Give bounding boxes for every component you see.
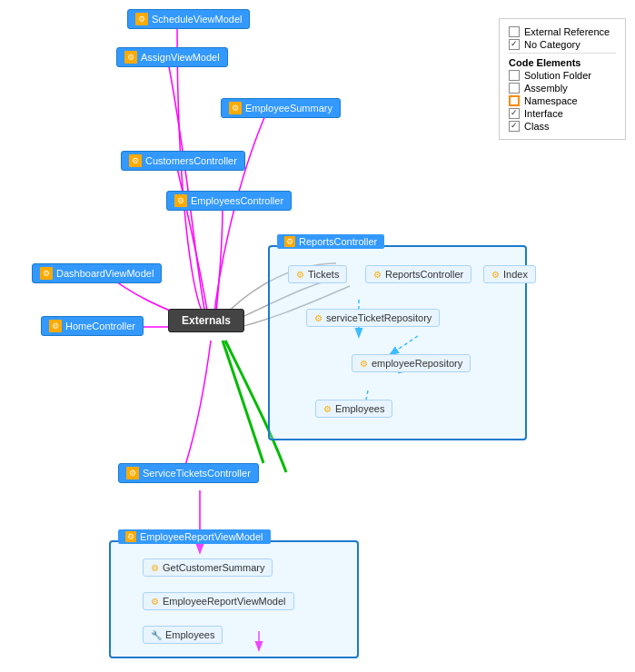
employees-item[interactable]: 🔧 Employees [143,626,223,644]
get-customer-summary-item[interactable]: ⚙ GetCustomerSummary [143,558,273,577]
legend-interface: Interface [509,108,616,119]
class-checkbox[interactable] [509,121,520,132]
home-controller-label: HomeController [65,321,135,331]
tickets-icon: ⚙ [296,270,304,280]
reports-controller-icon [284,236,295,247]
index-icon: ⚙ [491,270,500,280]
external-ref-checkbox[interactable] [509,26,520,37]
get-customer-summary-icon: ⚙ [151,563,159,573]
assign-view-model-label: AssignViewModel [141,52,220,63]
interface-checkbox[interactable] [509,108,520,119]
schedule-view-model-label: ScheduleViewModel [152,14,242,25]
reports-employees-item[interactable]: ⚙ Employees [315,400,392,418]
reports-tickets-item[interactable]: ⚙ Tickets [288,265,347,283]
assign-view-model-node[interactable]: AssignViewModel [116,47,228,67]
reports-controller-title[interactable]: ReportsController [277,234,384,249]
legend-assembly: Assembly [509,83,616,94]
legend-external-ref: External Reference [509,26,616,37]
node-icon-home [49,320,62,332]
service-tickets-controller-label: ServiceTicketsController [143,468,251,479]
employee-repo-item[interactable]: ⚙ employeeRepository [352,354,471,372]
interface-label: Interface [524,108,563,119]
customers-controller-node[interactable]: CustomersController [121,151,245,171]
dashboard-view-model-node[interactable]: DashboardViewModel [32,263,162,283]
legend-no-category: No Category [509,39,616,50]
node-icon-employee-summary [229,102,242,114]
employees-controller-node[interactable]: EmployeesController [166,191,292,211]
no-category-label: No Category [524,39,580,50]
code-elements-section: Code Elements [509,57,616,68]
reports-employees-icon: ⚙ [323,404,332,414]
employee-report-icon [125,531,136,542]
employee-report-vm-icon: ⚙ [151,597,159,607]
reports-controller-box: ReportsController ⚙ Tickets ⚙ ReportsCon… [268,245,527,440]
node-icon-schedule [135,13,148,25]
node-icon-customers [129,154,142,167]
solution-folder-checkbox[interactable] [509,70,520,81]
class-label: Class [524,121,550,132]
employee-summary-label: EmployeeSummary [245,103,332,114]
node-icon-service-tickets [126,467,139,479]
employee-repo-icon: ⚙ [360,359,368,369]
employees-controller-label: EmployeesController [191,195,283,206]
legend-class: Class [509,121,616,132]
legend-solution-folder: Solution Folder [509,70,616,81]
node-icon-assign [124,51,137,64]
legend-panel: External Reference No Category Code Elem… [499,18,626,140]
assembly-checkbox[interactable] [509,83,520,94]
solution-folder-label: Solution Folder [524,70,591,81]
customers-controller-label: CustomersController [145,155,237,166]
employee-report-view-model-item[interactable]: ⚙ EmployeeReportViewModel [143,592,294,610]
employee-report-title[interactable]: EmployeeReportViewModel [118,529,271,544]
reports-controller-item[interactable]: ⚙ ReportsController [365,265,471,283]
employee-summary-node[interactable]: EmployeeSummary [221,98,341,118]
employee-report-box: EmployeeReportViewModel ⚙ GetCustomerSum… [109,540,359,658]
service-tickets-controller-node[interactable]: ServiceTicketsController [118,463,259,483]
reports-controller-item-icon: ⚙ [373,270,382,280]
external-ref-label: External Reference [524,26,610,37]
service-ticket-repo-icon: ⚙ [314,313,322,323]
namespace-checkbox[interactable] [509,95,520,106]
home-controller-node[interactable]: HomeController [41,316,144,336]
assembly-label: Assembly [524,83,568,94]
namespace-label: Namespace [524,95,578,106]
legend-namespace: Namespace [509,95,616,106]
dashboard-view-model-label: DashboardViewModel [56,268,154,279]
service-ticket-repo-item[interactable]: ⚙ serviceTicketRepository [306,309,440,327]
reports-index-item[interactable]: ⚙ Index [483,265,536,283]
no-category-checkbox[interactable] [509,39,520,50]
schedule-view-model-node[interactable]: ScheduleViewModel [127,9,250,29]
employees-wrench-icon: 🔧 [151,630,162,640]
node-icon-employees-controller [174,194,187,207]
externals-label: Externals [182,314,231,327]
node-icon-dashboard [40,267,53,280]
externals-node[interactable]: Externals [168,309,244,332]
